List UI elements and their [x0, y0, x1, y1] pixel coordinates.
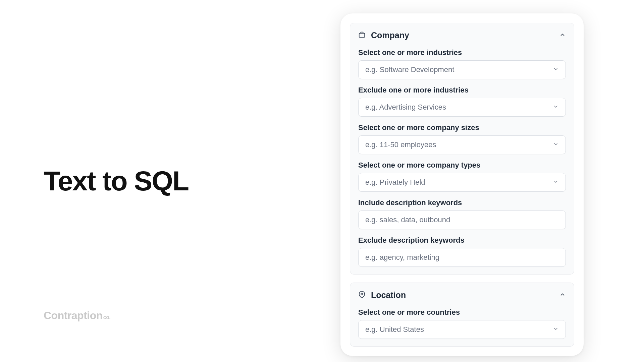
industries-select[interactable]: e.g. Software Development	[358, 60, 566, 79]
include-keywords-label: Include description keywords	[358, 198, 566, 207]
exclude-keywords-input-wrapper	[358, 248, 566, 267]
location-section-body: Select one or more countries e.g. United…	[358, 308, 566, 339]
industries-field: Select one or more industries e.g. Softw…	[358, 48, 566, 79]
include-keywords-input-wrapper	[358, 210, 566, 229]
company-section: Company Select one or more industries e.…	[350, 23, 574, 275]
exclude-industries-select[interactable]: e.g. Advertising Services	[358, 98, 566, 117]
industries-label: Select one or more industries	[358, 48, 566, 57]
page-heading: Text to SQL	[44, 167, 245, 195]
chevron-down-icon	[553, 141, 559, 148]
brand-suffix: co.	[103, 314, 111, 320]
company-sizes-field: Select one or more company sizes e.g. 11…	[358, 123, 566, 154]
company-types-label: Select one or more company types	[358, 161, 566, 170]
exclude-industries-label: Exclude one or more industries	[358, 86, 566, 95]
exclude-industries-placeholder: e.g. Advertising Services	[365, 103, 446, 112]
location-section: Location Select one or more countries e.…	[350, 283, 574, 347]
chevron-down-icon	[553, 326, 559, 333]
exclude-keywords-field: Exclude description keywords	[358, 236, 566, 267]
brand-logo: Contraption co.	[44, 309, 110, 322]
countries-field: Select one or more countries e.g. United…	[358, 308, 566, 339]
exclude-keywords-input[interactable]	[365, 253, 559, 262]
map-pin-icon	[358, 291, 366, 300]
company-sizes-placeholder: e.g. 11-50 employees	[365, 140, 436, 149]
exclude-keywords-label: Exclude description keywords	[358, 236, 566, 245]
company-types-field: Select one or more company types e.g. Pr…	[358, 161, 566, 192]
svg-point-1	[361, 293, 363, 295]
countries-placeholder: e.g. United States	[365, 325, 424, 334]
chevron-up-icon	[559, 32, 566, 40]
location-section-title: Location	[371, 290, 406, 300]
include-keywords-input[interactable]	[365, 216, 559, 224]
exclude-industries-field: Exclude one or more industries e.g. Adve…	[358, 86, 566, 117]
countries-select[interactable]: e.g. United States	[358, 320, 566, 339]
chevron-up-icon	[559, 291, 566, 299]
company-section-header[interactable]: Company	[358, 31, 566, 40]
company-title-group: Company	[358, 31, 409, 40]
chevron-down-icon	[553, 104, 559, 111]
company-section-body: Select one or more industries e.g. Softw…	[358, 48, 566, 267]
location-section-header[interactable]: Location	[358, 290, 566, 300]
company-types-select[interactable]: e.g. Privately Held	[358, 173, 566, 192]
svg-rect-0	[359, 33, 365, 37]
chevron-down-icon	[553, 66, 559, 73]
company-sizes-label: Select one or more company sizes	[358, 123, 566, 132]
include-keywords-field: Include description keywords	[358, 198, 566, 229]
company-section-title: Company	[371, 31, 409, 40]
briefcase-icon	[358, 31, 366, 40]
location-title-group: Location	[358, 290, 406, 300]
chevron-down-icon	[553, 179, 559, 186]
countries-label: Select one or more countries	[358, 308, 566, 317]
company-types-placeholder: e.g. Privately Held	[365, 178, 425, 187]
company-sizes-select[interactable]: e.g. 11-50 employees	[358, 135, 566, 154]
filter-panel: Company Select one or more industries e.…	[340, 13, 584, 356]
industries-placeholder: e.g. Software Development	[365, 65, 454, 74]
brand-main: Contraption	[44, 309, 103, 322]
